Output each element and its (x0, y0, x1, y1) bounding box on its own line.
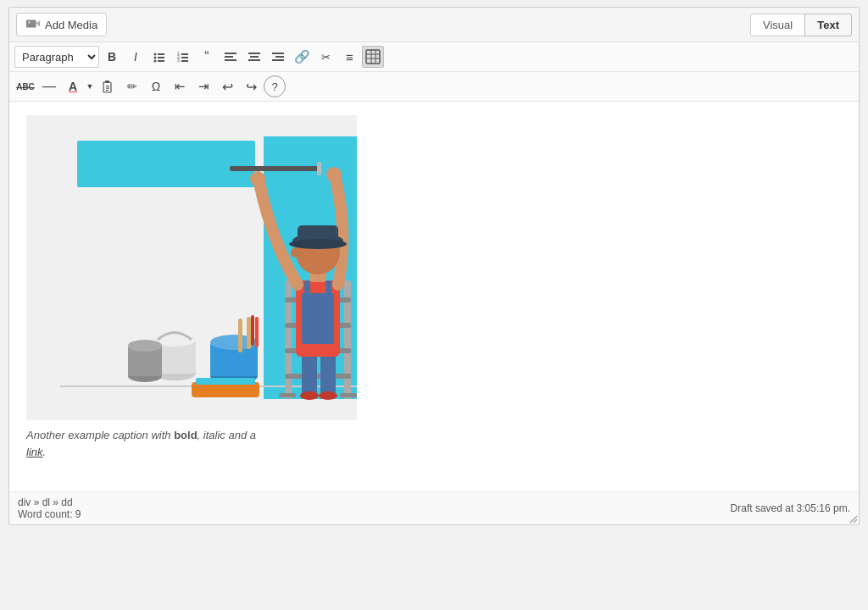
svg-rect-14 (181, 60, 188, 62)
undo-button[interactable]: ↩ (216, 75, 238, 97)
status-right: Draft saved at 3:05:16 pm. (731, 502, 850, 514)
toolbar-row-2: ABC — A ▼ ✏ Ω ⇤ ⇥ ↩ ↪ ? (9, 72, 859, 102)
svg-rect-54 (302, 293, 334, 344)
svg-rect-23 (272, 59, 284, 61)
svg-rect-72 (196, 378, 255, 385)
draft-saved: Draft saved at 3:05:16 pm. (731, 502, 850, 514)
svg-rect-48 (340, 393, 357, 397)
svg-rect-77 (247, 317, 251, 349)
add-media-icon (25, 17, 41, 32)
align-right-button[interactable] (267, 46, 289, 68)
svg-rect-55 (304, 280, 310, 297)
word-count-label: Word count: (18, 508, 72, 520)
blockquote-button[interactable]: “ (196, 46, 218, 68)
ordered-list-button[interactable]: 1. 2. 3. (172, 46, 194, 68)
svg-rect-17 (225, 59, 236, 61)
svg-rect-21 (272, 53, 284, 54)
svg-rect-6 (158, 57, 164, 58)
svg-rect-20 (248, 59, 260, 61)
caption-end: . (43, 446, 47, 458)
svg-rect-79 (255, 317, 259, 347)
svg-rect-30 (105, 80, 109, 83)
svg-rect-15 (225, 53, 236, 54)
svg-point-52 (319, 391, 337, 400)
svg-point-51 (300, 391, 319, 400)
image-caption: Another example caption with bold, itali… (26, 427, 357, 460)
word-count: 9 (75, 508, 81, 520)
svg-point-7 (154, 60, 157, 63)
resize-handle-icon[interactable] (849, 514, 859, 524)
svg-rect-24 (366, 50, 380, 64)
svg-point-5 (154, 57, 157, 59)
editor-content[interactable]: Another example caption with bold, itali… (9, 102, 859, 491)
align-left-button[interactable] (220, 46, 242, 68)
unordered-list-icon (153, 51, 165, 63)
outdent-button[interactable]: ⇤ (169, 75, 191, 97)
svg-rect-22 (275, 56, 284, 58)
svg-text:3.: 3. (177, 58, 181, 63)
align-center-icon (248, 51, 260, 63)
svg-point-57 (250, 171, 265, 186)
table-icon (365, 49, 381, 64)
italic-button[interactable]: I (125, 46, 147, 68)
svg-rect-12 (181, 57, 188, 58)
svg-rect-47 (279, 393, 296, 397)
indent-button[interactable]: ⇥ (192, 75, 214, 97)
svg-line-81 (850, 516, 857, 523)
bold-button[interactable]: B (101, 46, 123, 68)
svg-rect-4 (158, 53, 164, 55)
align-right-icon (272, 51, 284, 63)
horizontal-rule-button[interactable]: ≡ (338, 46, 360, 68)
paragraph-format-select[interactable]: Paragraph Heading 1 Heading 2 Heading 3 (14, 46, 99, 68)
svg-marker-1 (36, 21, 41, 27)
caption-text-before: Another example caption with (26, 429, 174, 441)
add-media-button[interactable]: Add Media (16, 13, 107, 36)
painting-svg (26, 115, 357, 420)
text-color-group: A ▼ (62, 75, 96, 97)
svg-point-3 (154, 53, 157, 56)
status-left: div » dl » dd Word count: 9 (18, 496, 81, 520)
svg-rect-46 (285, 374, 351, 379)
table-button[interactable] (362, 46, 384, 68)
svg-rect-33 (106, 90, 108, 91)
svg-rect-10 (181, 53, 188, 55)
text-tab[interactable]: Text (804, 14, 852, 36)
caption-link[interactable]: link (26, 446, 43, 458)
svg-rect-40 (317, 162, 321, 175)
svg-rect-0 (26, 20, 36, 28)
strikethrough-button[interactable]: ABC (14, 75, 36, 97)
svg-rect-76 (238, 319, 242, 352)
svg-point-64 (291, 247, 301, 258)
paste-text-button[interactable] (97, 75, 120, 97)
align-left-icon (225, 51, 236, 63)
svg-rect-32 (106, 88, 109, 89)
svg-point-58 (326, 167, 342, 182)
svg-rect-78 (251, 315, 254, 346)
text-color-dropdown[interactable]: ▼ (84, 75, 96, 97)
hr-button[interactable]: — (38, 75, 60, 97)
svg-rect-19 (250, 56, 259, 58)
breadcrumb: div » dl » dd (18, 496, 73, 508)
caption-text-middle: , italic and a (198, 429, 256, 441)
unordered-list-button[interactable] (148, 46, 170, 68)
svg-rect-16 (225, 56, 233, 58)
redo-button[interactable]: ↪ (240, 75, 262, 97)
visual-tab[interactable]: Visual (750, 14, 805, 36)
svg-rect-8 (158, 60, 164, 62)
svg-rect-56 (326, 280, 331, 297)
insert-link-button[interactable]: 🔗 (291, 46, 313, 68)
help-button[interactable]: ? (264, 75, 286, 97)
svg-line-82 (854, 519, 857, 523)
align-center-button[interactable] (243, 46, 265, 68)
svg-point-2 (28, 21, 31, 24)
svg-rect-50 (320, 352, 336, 395)
svg-point-63 (289, 239, 347, 249)
status-bar: div » dl » dd Word count: 9 Draft saved … (9, 491, 859, 524)
ordered-list-icon: 1. 2. 3. (177, 51, 189, 63)
special-char-button[interactable]: Ω (145, 75, 167, 97)
svg-rect-18 (248, 53, 260, 54)
clear-formatting-button[interactable]: ✏ (121, 75, 143, 97)
text-color-button[interactable]: A (62, 75, 84, 97)
svg-rect-49 (302, 352, 317, 395)
unlink-button[interactable]: ✂ (314, 46, 337, 68)
